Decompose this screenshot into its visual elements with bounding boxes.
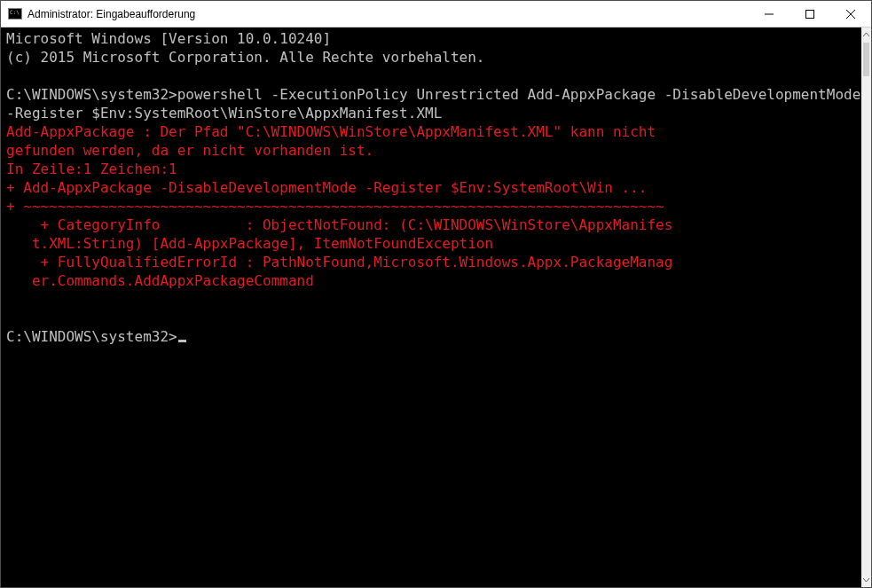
window-controls bbox=[749, 1, 871, 27]
error-line: + CategoryInfo : ObjectNotFound: (C:\WIN… bbox=[6, 216, 672, 233]
titlebar[interactable]: C:\ Administrator: Eingabeaufforderung bbox=[1, 1, 871, 27]
error-line: + FullyQualifiedErrorId : PathNotFound,M… bbox=[6, 254, 672, 270]
error-line: t.XML:String) [Add-AppxPackage], ItemNot… bbox=[6, 235, 493, 252]
scroll-down-button[interactable] bbox=[861, 572, 871, 587]
error-line: + ~~~~~~~~~~~~~~~~~~~~~~~~~~~~~~~~~~~~~~… bbox=[6, 198, 664, 215]
error-line: er.Commands.AddAppxPackageCommand bbox=[6, 272, 314, 289]
error-line: + Add-AppxPackage -DisableDevelopmentMod… bbox=[6, 179, 647, 196]
terminal-output[interactable]: Microsoft Windows [Version 10.0.10240] (… bbox=[1, 27, 861, 587]
cursor-icon bbox=[178, 340, 186, 342]
svg-rect-3 bbox=[806, 10, 814, 18]
vertical-scrollbar[interactable] bbox=[861, 27, 871, 587]
scroll-up-button[interactable] bbox=[861, 27, 871, 43]
cmd-icon: C:\ bbox=[8, 7, 22, 21]
command-prompt-window: C:\ Administrator: Eingabeaufforderung M… bbox=[0, 0, 872, 588]
svg-text:C:\: C:\ bbox=[10, 9, 20, 15]
close-button[interactable] bbox=[830, 1, 871, 27]
prompt-path: C:\WINDOWS\system32> bbox=[6, 86, 177, 103]
error-line: gefunden werden, da er nicht vorhanden i… bbox=[6, 142, 373, 159]
prompt-path: C:\WINDOWS\system32> bbox=[6, 328, 177, 345]
maximize-button[interactable] bbox=[790, 1, 830, 27]
window-title: Administrator: Eingabeaufforderung bbox=[27, 8, 195, 20]
scrollbar-track[interactable] bbox=[861, 43, 871, 572]
client-area: Microsoft Windows [Version 10.0.10240] (… bbox=[1, 27, 871, 587]
header-line: Microsoft Windows [Version 10.0.10240] bbox=[6, 30, 331, 47]
error-line: In Zeile:1 Zeichen:1 bbox=[6, 161, 177, 177]
scrollbar-thumb[interactable] bbox=[863, 43, 869, 76]
error-line: Add-AppxPackage : Der Pfad "C:\WINDOWS\W… bbox=[6, 123, 656, 140]
minimize-button[interactable] bbox=[749, 1, 790, 27]
header-line: (c) 2015 Microsoft Corporation. Alle Rec… bbox=[6, 49, 484, 66]
